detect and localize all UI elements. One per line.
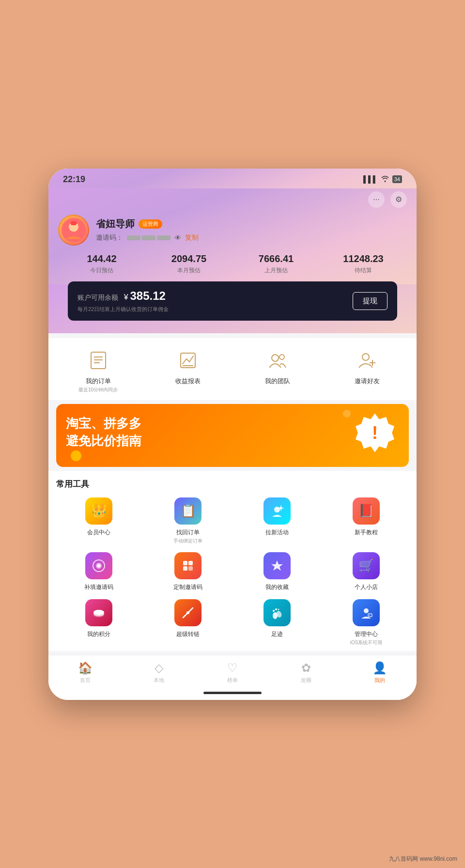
stat-today[interactable]: 144.42 今日预估 [58, 253, 145, 275]
mine-icon: 👤 [372, 661, 387, 675]
banner-line2: 避免比价指南 [66, 432, 399, 450]
phone-container: 22:19 ▌▌▌ 34 ··· ⚙ [48, 169, 417, 700]
message-icon: ··· [373, 195, 379, 204]
nav-home[interactable]: 🏠 首页 [48, 661, 122, 684]
fill-invite-icon [85, 552, 112, 579]
bottom-nav: 🏠 首页 ◇ 本地 ♡ 榜单 ✿ 发圈 👤 我的 [48, 655, 417, 688]
home-label: 首页 [80, 677, 91, 684]
shop-icon: 🛒 [353, 552, 380, 579]
home-bar [203, 692, 262, 694]
profile-row: 省妞导师 运营商 邀请码： 👁 复制 [58, 215, 407, 246]
wifi-icon [381, 175, 389, 184]
watermark: 九八首码网 www.98ni.com [389, 855, 457, 863]
tool-super-link[interactable]: 超级转链 [145, 599, 231, 646]
svg-point-14 [274, 507, 280, 512]
balance-amount: 385.12 [130, 289, 165, 302]
tools-section: 常用工具 👑 会员中心 📋 找回订单 手动绑定订单 [48, 471, 417, 651]
message-button[interactable]: ··· [368, 191, 385, 208]
profile-info: 省妞导师 运营商 邀请码： 👁 复制 [96, 217, 407, 242]
copy-button[interactable]: 复制 [185, 233, 199, 242]
tools-grid: 👑 会员中心 📋 找回订单 手动绑定订单 [56, 497, 409, 646]
stat-last-month[interactable]: 7666.41 上月预估 [232, 253, 320, 275]
tool-shop-label: 个人小店 [355, 583, 378, 591]
tool-find-order[interactable]: 📋 找回订单 手动绑定订单 [145, 497, 231, 544]
invite-code-masked [127, 235, 170, 240]
nav-local[interactable]: ◇ 本地 [122, 661, 196, 684]
circle-icon: ✿ [301, 661, 311, 675]
quick-menu-team[interactable]: 我的团队 [232, 348, 322, 393]
tool-footprint-label: 足迹 [271, 630, 283, 638]
balance-note: 每月22日结算上月确认收货的订单佣金 [78, 306, 169, 313]
stat-month-label: 本月预估 [145, 266, 232, 275]
svg-point-28 [93, 610, 104, 615]
tool-score[interactable]: 我的积分 [56, 599, 141, 646]
nav-circle[interactable]: ✿ 发圈 [269, 661, 343, 684]
svg-point-29 [186, 611, 189, 614]
collect-icon [264, 552, 291, 579]
orders-icon [86, 348, 111, 373]
tool-shop[interactable]: 🛒 个人小店 [324, 552, 409, 591]
stat-month[interactable]: 2094.75 本月预估 [145, 253, 232, 275]
svg-point-20 [97, 564, 100, 567]
mine-label: 我的 [374, 677, 385, 684]
stat-last-month-value: 7666.41 [232, 253, 320, 264]
invite-label: 邀请好友 [355, 377, 380, 386]
tool-collect[interactable]: 我的收藏 [234, 552, 320, 591]
tool-super-link-label: 超级转链 [176, 630, 200, 638]
promo-banner[interactable]: 淘宝、拼多多 避免比价指南 ! [56, 404, 409, 467]
svg-point-35 [364, 608, 369, 613]
stat-month-value: 2094.75 [145, 253, 232, 264]
svg-marker-25 [271, 560, 283, 571]
nav-mine[interactable]: 👤 我的 [343, 661, 417, 684]
footprint-icon [264, 599, 291, 626]
find-order-icon: 📋 [174, 497, 202, 525]
withdraw-button[interactable]: 提现 [353, 292, 388, 310]
stat-today-label: 今日预估 [58, 266, 145, 275]
tool-footprint[interactable]: 足迹 [234, 599, 320, 646]
eye-icon[interactable]: 👁 [174, 234, 181, 242]
tools-title: 常用工具 [56, 479, 409, 490]
tool-recruit[interactable]: 拉新活动 [234, 497, 320, 544]
home-icon: 🏠 [78, 661, 93, 675]
tool-custom-invite[interactable]: 定制邀请码 [145, 552, 231, 591]
recruit-icon [264, 497, 291, 525]
tool-manage[interactable]: 管理中心 iOS系统不可用 [324, 599, 409, 646]
svg-rect-22 [188, 561, 193, 565]
report-icon [175, 348, 201, 373]
super-link-icon [174, 599, 202, 626]
svg-point-10 [279, 355, 284, 359]
settings-button[interactable]: ⚙ [390, 191, 407, 208]
tool-find-order-label: 找回订单 [176, 528, 200, 537]
signal-icon: ▌▌▌ [363, 175, 378, 183]
stat-pending[interactable]: 11248.23 待结算 [320, 253, 407, 275]
circle-label: 发圈 [301, 677, 311, 684]
tool-find-order-sublabel: 手动绑定订单 [173, 538, 202, 544]
tool-manage-label: 管理中心 [355, 630, 378, 638]
avatar[interactable] [58, 215, 89, 246]
tool-recruit-label: 拉新活动 [265, 528, 289, 537]
balance-card: 账户可用余额 ¥ 385.12 每月22日结算上月确认收货的订单佣金 提现 [68, 281, 397, 321]
tool-manage-sublabel: iOS系统不可用 [350, 639, 383, 646]
quick-menu-report[interactable]: 收益报表 [143, 348, 232, 393]
header-actions: ··· ⚙ [58, 188, 407, 215]
stat-today-value: 144.42 [58, 253, 145, 264]
stat-pending-label: 待结算 [320, 266, 407, 275]
quick-menu-invite[interactable]: 邀请好友 [322, 348, 412, 393]
tool-tutorial-label: 新手教程 [355, 528, 378, 537]
svg-point-32 [273, 610, 275, 612]
stats-row: 144.42 今日预估 2094.75 本月预估 7666.41 上月预估 11… [58, 253, 407, 275]
balance-info: 账户可用余额 ¥ 385.12 每月22日结算上月确认收货的订单佣金 [78, 289, 169, 313]
banner-dot1 [71, 450, 81, 461]
team-icon [265, 348, 290, 373]
status-time: 22:19 [63, 174, 85, 185]
tool-tutorial[interactable]: 📕 新手教程 [324, 497, 409, 544]
score-icon [85, 599, 112, 626]
tool-fill-invite[interactable]: 补填邀请码 [56, 552, 141, 591]
operator-badge: 运营商 [139, 219, 162, 229]
tool-collect-label: 我的收藏 [265, 583, 289, 591]
status-bar: 22:19 ▌▌▌ 34 [48, 169, 417, 188]
quick-menu-grid: 我的订单 最近10分钟内同步 收益报表 [53, 348, 412, 393]
nav-rank[interactable]: ♡ 榜单 [196, 661, 269, 684]
quick-menu-orders[interactable]: 我的订单 最近10分钟内同步 [53, 348, 143, 393]
tool-member-center[interactable]: 👑 会员中心 [56, 497, 141, 544]
